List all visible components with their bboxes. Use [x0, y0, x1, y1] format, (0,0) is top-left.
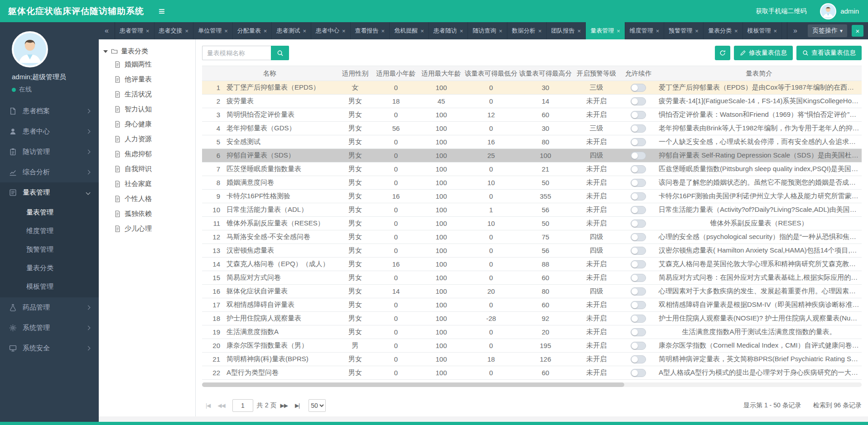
column-header-min-age[interactable]: 适用最小年龄 [373, 66, 419, 81]
sidebar-item-system-security[interactable]: 系统安全 [0, 338, 99, 358]
close-all-tabs-icon[interactable]: × [852, 25, 863, 37]
tab[interactable]: 数据分析 × [507, 22, 547, 39]
tab-close-icon[interactable]: × [617, 28, 620, 34]
tab-close-icon[interactable]: × [538, 28, 542, 34]
allow-resume-toggle[interactable] [631, 179, 646, 187]
table-row[interactable]: 20 康奈尔医学指数量表（男） 男 0 100 0 195 未开启 康奈尔 [202, 339, 862, 353]
allow-resume-toggle[interactable] [631, 355, 646, 363]
search-input[interactable] [202, 46, 271, 60]
topbar-username[interactable]: admin [840, 7, 859, 15]
tree-item[interactable]: 孤独依赖 [103, 206, 191, 221]
allow-resume-toggle[interactable] [631, 165, 646, 173]
tab-close-icon[interactable]: × [146, 28, 149, 34]
allow-resume-toggle[interactable] [631, 247, 646, 255]
column-header-max-score[interactable]: 该量表可得最高分 [518, 66, 573, 81]
refresh-button[interactable] [715, 46, 730, 60]
tree-item[interactable]: 婚姻两性 [103, 57, 191, 72]
allow-resume-toggle[interactable] [631, 274, 646, 282]
tabs-scroll-left-icon[interactable]: « [99, 22, 115, 39]
tab[interactable]: 随访查询 × [468, 22, 507, 39]
tab-close-icon[interactable]: × [656, 28, 660, 34]
allow-resume-toggle[interactable] [631, 233, 646, 241]
tree-item[interactable]: 身心健康 [103, 117, 191, 132]
allow-resume-toggle[interactable] [631, 342, 646, 350]
table-row[interactable]: 17 双相情感障碍自评量表 男女 0 100 0 60 未开启 双相情感障 [202, 298, 862, 312]
tab-close-icon[interactable]: × [303, 28, 306, 34]
table-row[interactable]: 1 爱丁堡产后抑郁量表（EPDS） 女 0 100 0 30 三级 爱丁堡 [202, 81, 862, 95]
submenu-item[interactable]: 预警管理 [0, 240, 99, 258]
tab[interactable]: 量表管理 × [586, 22, 625, 39]
table-row[interactable]: 7 匹茨堡睡眠质量指数量表 男女 0 100 0 21 未开启 匹兹堡睡眠 [202, 162, 862, 176]
user-avatar[interactable] [12, 31, 48, 67]
table-row[interactable]: 18 护士用住院病人观察量表 男女 0 100 -28 92 未开启 护士 [202, 312, 862, 325]
tab-close-icon[interactable]: × [185, 28, 189, 34]
table-row[interactable]: 6 抑郁自评量表（SDS） 男女 0 100 25 100 四级 抑郁自评 [202, 149, 862, 162]
tab-close-icon[interactable]: × [420, 28, 424, 34]
allow-resume-toggle[interactable] [631, 260, 646, 268]
tab[interactable]: 单位管理 × [193, 22, 233, 39]
column-header-intro[interactable]: 量表简介 [656, 66, 862, 81]
view-scale-button[interactable]: 查看该量表信息 [796, 46, 862, 60]
allow-resume-toggle[interactable] [631, 124, 646, 133]
table-row[interactable]: 14 艾森克人格问卷（EPQ）（成人） 男女 16 100 0 88 未开启 [202, 258, 862, 271]
tab[interactable]: 分配量表 × [233, 22, 272, 39]
allow-resume-toggle[interactable] [631, 97, 646, 105]
tab[interactable]: 预警管理 × [664, 22, 704, 39]
tab-close-icon[interactable]: × [578, 28, 581, 34]
table-row[interactable]: 10 日常生活能力量表（ADL） 男女 0 100 1 56 未开启 日常 [202, 203, 862, 217]
page-size-select[interactable]: 50 [309, 399, 326, 412]
tree-item[interactable]: 生活状况 [103, 87, 191, 102]
tab[interactable]: 模板管理 × [743, 22, 782, 39]
tab-close-icon[interactable]: × [381, 28, 385, 34]
table-row[interactable]: 9 卡特尔16PF性格测验 男女 16 100 0 355 未开启 卡特尔 [202, 190, 862, 203]
tab[interactable]: 维度管理 × [625, 22, 665, 39]
tab[interactable]: 患者管理 × [115, 22, 154, 39]
sidebar-toggle-icon[interactable]: ≡ [159, 6, 165, 17]
table-row[interactable]: 16 躯体化症状自评量表 男女 14 100 20 80 四级 心理因素对 [202, 285, 862, 298]
tree-item[interactable]: 焦虑抑郁 [103, 147, 191, 162]
tree-item[interactable]: 智力认知 [103, 102, 191, 117]
allow-resume-toggle[interactable] [631, 315, 646, 323]
tree-item[interactable]: 人力资源 [103, 132, 191, 147]
column-header-warning-level[interactable]: 开启预警等级 [573, 66, 620, 81]
table-row[interactable]: 13 汉密顿焦虑量表 男女 0 100 0 56 四级 汉密尔顿焦虑量表( [202, 244, 862, 258]
tab-close-icon[interactable]: × [499, 28, 502, 34]
submenu-item[interactable]: 维度管理 [0, 221, 99, 240]
tree-item[interactable]: 社会家庭 [103, 177, 191, 191]
table-row[interactable]: 3 简明惧怕否定评价量表 男女 0 100 12 60 未开启 惧怕否定评 [202, 108, 862, 122]
table-row[interactable]: 19 生活满意度指数A 男女 0 100 0 20 未开启 生活满意度指数 [202, 325, 862, 339]
tab[interactable]: 查看报告 × [351, 22, 390, 39]
column-header-allow-resume[interactable]: 允许续作 [620, 66, 656, 81]
allow-resume-toggle[interactable] [631, 369, 646, 377]
allow-resume-toggle[interactable] [631, 206, 646, 214]
allow-resume-toggle[interactable] [631, 328, 646, 336]
table-row[interactable]: 8 婚姻满意度问卷 男女 0 100 10 50 未开启 该问卷是了解您的 [202, 176, 862, 190]
tree-item[interactable]: 少儿心理 [103, 221, 191, 236]
sidebar-item-patient-center[interactable]: 患者中心 [0, 121, 99, 142]
sidebar-item-medicine-management[interactable]: 药品管理 [0, 297, 99, 318]
submenu-item[interactable]: 量表分类 [0, 258, 99, 277]
tree-item[interactable]: 个性人格 [103, 191, 191, 206]
tab[interactable]: 患者交接 × [154, 22, 194, 39]
sidebar-item-system-management[interactable]: 系统管理 [0, 318, 99, 338]
allow-resume-toggle[interactable] [631, 84, 646, 92]
qr-code-link[interactable]: 获取手机端二维码 [756, 7, 806, 15]
sidebar-item-patient-archive[interactable]: 患者档案 [0, 101, 99, 121]
tree-item[interactable]: 他评量表 [103, 72, 191, 87]
tab-close-icon[interactable]: × [264, 28, 267, 34]
page-number-input[interactable] [232, 399, 253, 412]
tab-close-icon[interactable]: × [774, 28, 777, 34]
column-header-min-score[interactable]: 该量表可得最低分 [464, 66, 518, 81]
tab-close-icon[interactable]: × [734, 28, 738, 34]
column-header-gender[interactable]: 适用性别 [337, 66, 373, 81]
tree-root[interactable]: 量表分类 [103, 46, 191, 57]
tab[interactable]: 患者中心 × [311, 22, 351, 39]
tabs-scroll-right-icon[interactable]: » [787, 22, 803, 39]
allow-resume-toggle[interactable] [631, 138, 646, 146]
allow-resume-toggle[interactable] [631, 192, 646, 201]
sidebar-item-comprehensive-analysis[interactable]: 综合分析 [0, 162, 99, 182]
last-page-button[interactable]: ▶| [291, 402, 303, 409]
submenu-item[interactable]: 模板管理 [0, 277, 99, 296]
sidebar-item-followup-management[interactable]: 随访管理 [0, 142, 99, 162]
search-button[interactable] [271, 46, 289, 60]
